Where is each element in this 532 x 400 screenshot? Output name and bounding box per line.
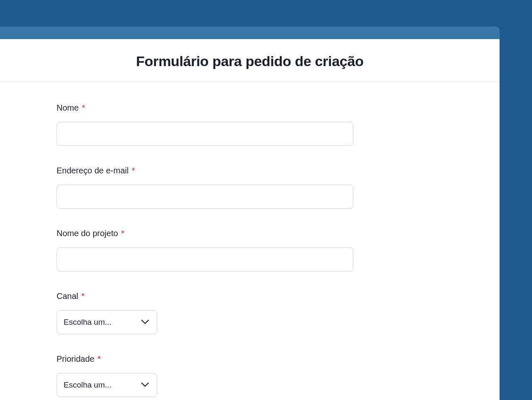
form-panel: Formulário para pedido de criação Nome *… (0, 27, 500, 400)
required-mark: * (81, 291, 85, 301)
channel-label-text: Canal (57, 291, 78, 301)
email-label: Endereço de e-mail * (57, 166, 353, 175)
email-label-text: Endereço de e-mail (57, 166, 128, 175)
project-name-input[interactable] (57, 247, 353, 272)
field-priority: Prioridade * Escolha um... (57, 354, 353, 397)
priority-label: Prioridade * (57, 354, 353, 364)
priority-select-value: Escolha um... (64, 380, 111, 389)
name-label-text: Nome (57, 103, 79, 112)
field-email: Endereço de e-mail * (57, 166, 353, 209)
project-name-label-text: Nome do projeto (57, 229, 118, 238)
accent-bar (0, 27, 500, 39)
form-body: Nome * Endereço de e-mail * Nome do proj… (0, 81, 353, 400)
field-name: Nome * (57, 103, 353, 146)
channel-label: Canal * (57, 291, 353, 301)
name-label: Nome * (57, 103, 353, 113)
field-project-name: Nome do projeto * (57, 229, 353, 272)
page-background: Formulário para pedido de criação Nome *… (0, 0, 532, 400)
priority-select-wrapper: Escolha um... (57, 373, 157, 397)
form-title: Formulário para pedido de criação (0, 39, 500, 81)
required-mark: * (82, 103, 85, 112)
priority-label-text: Prioridade (57, 354, 94, 363)
project-name-label: Nome do projeto * (57, 229, 353, 238)
channel-select-wrapper: Escolha um... (57, 310, 157, 334)
channel-select[interactable]: Escolha um... (57, 310, 157, 334)
priority-select[interactable]: Escolha um... (57, 373, 157, 397)
name-input[interactable] (57, 122, 353, 146)
required-mark: * (98, 354, 101, 363)
required-mark: * (121, 229, 124, 238)
channel-select-value: Escolha um... (64, 318, 111, 326)
email-input[interactable] (57, 185, 353, 209)
field-channel: Canal * Escolha um... (57, 291, 353, 334)
required-mark: * (132, 166, 135, 175)
